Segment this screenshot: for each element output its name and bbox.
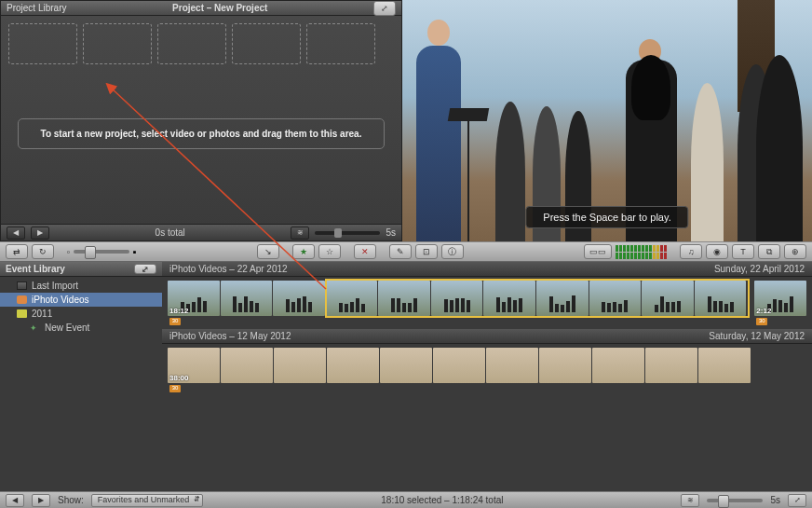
clip-thumbnail[interactable] xyxy=(378,281,430,316)
clip-thumbnail[interactable] xyxy=(221,281,273,316)
clip-thumbnail[interactable] xyxy=(433,348,485,383)
browser-play-button[interactable]: ▶ xyxy=(32,494,50,507)
drop-slot[interactable] xyxy=(232,23,301,64)
clip-thumbnail[interactable] xyxy=(592,348,644,383)
clip-thumbnail[interactable] xyxy=(539,348,591,383)
browser-back-button[interactable]: ◀ xyxy=(6,494,24,507)
waveform-toggle[interactable]: ≋ xyxy=(291,227,309,240)
project-library-label[interactable]: Project Library xyxy=(7,3,66,13)
event-library-item[interactable]: 2011 xyxy=(0,307,162,321)
inspector-button[interactable]: ⓘ xyxy=(441,244,464,259)
clip-row[interactable]: 18:12302:1230 xyxy=(162,277,812,320)
unmark-button[interactable]: ☆ xyxy=(318,244,341,259)
reload-button[interactable]: ↻ xyxy=(32,244,54,259)
project-total-duration: 0s total xyxy=(55,227,285,238)
event-title-left: iPhoto Videos – 12 May 2012 xyxy=(169,331,291,341)
clip-duration: 2:12 xyxy=(756,307,771,315)
clip-thumbnail[interactable] xyxy=(273,281,325,316)
project-play-button[interactable]: ▶ xyxy=(31,227,49,240)
event-library-item-label: New Event xyxy=(45,323,89,333)
voiceover-button[interactable]: ✎ xyxy=(389,244,412,259)
drop-slot[interactable] xyxy=(306,23,375,64)
clip-thumbnail[interactable]: 18:1230 xyxy=(168,281,220,316)
clip-thumbnail[interactable] xyxy=(274,348,326,383)
transition-browser-button[interactable]: ⧉ xyxy=(758,244,780,259)
clip-badge: 30 xyxy=(169,385,181,392)
clip-thumbnail[interactable]: 38:0030 xyxy=(168,348,220,383)
event-header: iPhoto Videos – 12 May 2012Saturday, 12 … xyxy=(162,329,812,344)
project-drop-area[interactable] xyxy=(1,16,401,72)
clip-thumbnail[interactable] xyxy=(695,281,747,316)
cal-icon xyxy=(17,309,27,318)
audio-meter xyxy=(616,245,667,259)
event-library-item[interactable]: iPhoto Videos xyxy=(0,293,162,307)
clip-thumbnail[interactable] xyxy=(327,348,379,383)
clip-duration: 18:12 xyxy=(169,307,188,315)
keyword-button[interactable]: ▭▭ xyxy=(584,244,612,259)
star-icon: ✦ xyxy=(30,323,40,332)
browser-zoom-slider[interactable] xyxy=(707,499,763,502)
event-library-title: Event Library xyxy=(6,264,65,274)
clip-thumbnail[interactable] xyxy=(380,348,432,383)
event-library-item-label: iPhoto Videos xyxy=(32,295,89,305)
project-back-button[interactable]: ◀ xyxy=(7,227,25,240)
event-library-panel: Event Library ⤢ Last ImportiPhoto Videos… xyxy=(0,262,162,491)
clip-thumbnail[interactable] xyxy=(536,281,589,316)
clip-thumbnail[interactable] xyxy=(221,348,273,383)
drop-slot[interactable] xyxy=(8,23,77,64)
thumbnail-size-slider[interactable] xyxy=(74,250,129,254)
clip-thumbnail[interactable] xyxy=(645,348,697,383)
title-browser-button[interactable]: T xyxy=(732,244,754,259)
event-library-item-label: 2011 xyxy=(32,309,52,319)
event-library-item-label: Last Import xyxy=(32,281,78,291)
swap-layout-button[interactable]: ⇄ xyxy=(6,244,28,259)
film-icon xyxy=(17,281,27,290)
browser-zoom-value: 5s xyxy=(770,495,780,505)
event-library-list: Last ImportiPhoto Videos2011✦New Event xyxy=(0,277,162,336)
project-panel: Project Library Project – New Project ⤢ … xyxy=(0,0,402,241)
project-header: Project Library Project – New Project ⤢ xyxy=(1,1,401,16)
browser-expand-button[interactable]: ⤢ xyxy=(788,494,806,507)
viewer-panel[interactable]: Press the Space bar to play. xyxy=(402,0,812,241)
center-toolbar: ⇄ ↻ ▫ ▪ ↘ ★ ☆ ✕ ✎ ⊡ ⓘ ▭▭ ♫ ◉ T ⧉ ⊕ xyxy=(0,241,812,262)
drop-slot[interactable] xyxy=(83,23,152,64)
maps-browser-button[interactable]: ⊕ xyxy=(784,244,806,259)
crop-button[interactable]: ⊡ xyxy=(415,244,438,259)
reject-button[interactable]: ✕ xyxy=(354,244,376,259)
photo-icon xyxy=(17,295,27,304)
photo-browser-button[interactable]: ◉ xyxy=(706,244,728,259)
clip-badge: 30 xyxy=(756,318,767,325)
clip-thumbnail[interactable]: 2:1230 xyxy=(754,281,806,316)
clip-thumbnail[interactable] xyxy=(483,281,535,316)
browser-waveform-toggle[interactable]: ≋ xyxy=(681,494,699,507)
project-title: Project – New Project xyxy=(66,3,373,13)
clip-thumbnail[interactable] xyxy=(589,281,642,316)
event-library-item[interactable]: Last Import xyxy=(0,279,162,293)
clip-thumbnail[interactable] xyxy=(326,281,378,316)
arrow-tool-button[interactable]: ↘ xyxy=(257,244,279,259)
filter-select[interactable]: Favorites and Unmarked xyxy=(91,494,204,507)
event-library-options-button[interactable]: ⤢ xyxy=(134,264,156,274)
project-expand-button[interactable]: ⤢ xyxy=(373,1,396,16)
event-browser: iPhoto Videos – 22 Apr 2012Sunday, 22 Ap… xyxy=(162,262,812,491)
clip-duration: 38:00 xyxy=(169,374,188,382)
project-footer: ◀ ▶ 0s total ≋ 5s xyxy=(1,224,401,240)
clip-row[interactable]: 38:0030 xyxy=(162,344,812,387)
project-hint: To start a new project, select video or … xyxy=(18,118,385,149)
project-zoom-value: 5s xyxy=(386,227,396,238)
event-title-left: iPhoto Videos – 22 Apr 2012 xyxy=(169,264,288,274)
music-browser-button[interactable]: ♫ xyxy=(680,244,702,259)
bottom-bar: ◀ ▶ Show: Favorites and Unmarked 18:10 s… xyxy=(0,491,812,508)
show-label: Show: xyxy=(58,495,84,505)
clip-thumbnail[interactable] xyxy=(642,281,694,316)
clip-thumbnail[interactable] xyxy=(698,348,751,383)
clip-thumbnail[interactable] xyxy=(486,348,538,383)
clip-thumbnail[interactable] xyxy=(431,281,483,316)
thumb-large-icon: ▪ xyxy=(133,246,137,257)
clip-badge: 30 xyxy=(169,318,181,325)
drop-slot[interactable] xyxy=(157,23,226,64)
event-library-item[interactable]: ✦New Event xyxy=(0,321,162,335)
event-header: iPhoto Videos – 22 Apr 2012Sunday, 22 Ap… xyxy=(162,262,812,277)
project-zoom-slider[interactable] xyxy=(315,231,380,235)
favorite-button[interactable]: ★ xyxy=(292,244,315,259)
